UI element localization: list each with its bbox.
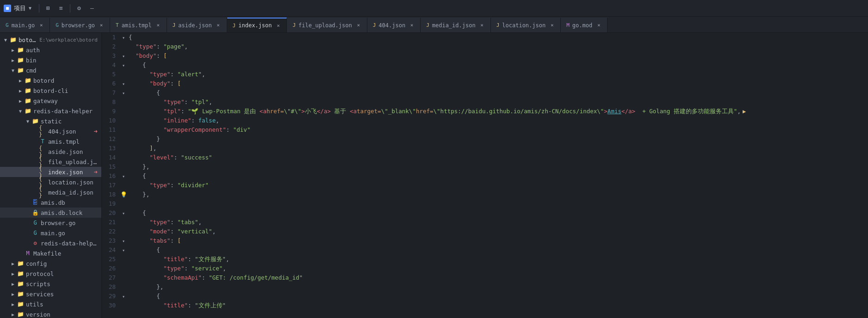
tree-arrow-cmd-botord[interactable]: ▶ xyxy=(17,77,24,84)
tree-arrow-version[interactable]: ▶ xyxy=(9,311,17,318)
ln-26: 26 xyxy=(102,264,120,273)
tree-arrow-cmd-gateway[interactable]: ▶ xyxy=(17,97,24,104)
tree-label-cmd-botord: botord xyxy=(33,77,98,84)
fold-7[interactable]: ▾ xyxy=(120,88,127,98)
tab-close-aside-json[interactable]: × xyxy=(215,22,222,29)
tree-arrow-cmd[interactable]: ▼ xyxy=(9,67,17,74)
ln-12: 12 xyxy=(102,135,120,144)
toolbar-list-button[interactable]: ≡ xyxy=(56,3,66,13)
tab-index-json[interactable]: J index.json × xyxy=(227,18,287,32)
tree-item-cmd[interactable]: ▼ 📁 cmd xyxy=(0,65,101,75)
tree-item-aside-json[interactable]: { } aside.json xyxy=(0,147,101,157)
tree-item-404-json[interactable]: { } 404.json ➜ xyxy=(0,126,101,136)
tab-close-file-upload-json[interactable]: × xyxy=(355,22,362,29)
tab-404-json[interactable]: J 404.json × xyxy=(367,18,421,32)
tree-file-icon-location: { } xyxy=(39,178,46,186)
tree-arrow-cmd-botord-cli[interactable]: ▶ xyxy=(17,87,24,94)
fold-8 xyxy=(120,98,127,107)
tree-item-media-id-json[interactable]: { } media_id.json xyxy=(0,187,101,197)
tree-item-redis-data-helper-exe[interactable]: ⚙ redis-data-helper.exe xyxy=(0,238,101,248)
tree-arrow-config[interactable]: ▶ xyxy=(9,260,17,267)
tab-close-index-json[interactable]: × xyxy=(274,22,282,29)
tree-item-version[interactable]: ▶ 📁 version xyxy=(0,309,101,318)
tree-item-file-upload-json[interactable]: { } file_upload.json xyxy=(0,157,101,167)
fold-4[interactable]: ▾ xyxy=(120,61,127,70)
tree-item-auth[interactable]: ▶ 📁 auth xyxy=(0,45,101,55)
tree-arrow-scripts[interactable]: ▶ xyxy=(9,280,17,287)
tree-arrow-utils[interactable]: ▶ xyxy=(9,300,17,308)
red-arrow-404: ➜ xyxy=(94,128,98,135)
tree-item-browser-go[interactable]: G browser.go xyxy=(0,218,101,228)
tree-item-main-go[interactable]: G main.go xyxy=(0,228,101,238)
fold-13 xyxy=(120,144,127,153)
tree-arrow-redis-data-helper[interactable]: ▼ xyxy=(17,107,24,115)
tab-close-browser-go[interactable]: × xyxy=(98,22,105,29)
tab-close-location-json[interactable]: × xyxy=(548,22,556,29)
tree-label-auth: auth xyxy=(26,47,98,54)
tab-main-go[interactable]: G main.go × xyxy=(0,18,50,32)
fold-22 xyxy=(120,227,127,236)
tab-media-id-json[interactable]: J media_id.json × xyxy=(421,18,491,32)
fold-29[interactable]: ▾ xyxy=(120,292,127,301)
tab-amis-tmpl[interactable]: T amis.tmpl × xyxy=(110,18,167,32)
tree-item-static[interactable]: ▼ 📁 static xyxy=(0,116,101,126)
fold-16[interactable]: ▾ xyxy=(120,171,127,181)
tab-close-404-json[interactable]: × xyxy=(408,22,415,29)
tab-location-json[interactable]: J location.json × xyxy=(491,18,561,32)
tree-item-scripts[interactable]: ▶ 📁 scripts xyxy=(0,279,101,289)
tab-browser-go[interactable]: G browser.go × xyxy=(50,18,110,32)
tree-item-amis-db-lock[interactable]: 🔒 amis.db.lock xyxy=(0,208,101,218)
project-dropdown-icon[interactable]: ▼ xyxy=(29,6,31,11)
fold-3[interactable]: ▾ xyxy=(120,51,127,61)
tree-arrow-bin[interactable]: ▶ xyxy=(9,56,17,64)
ln-30: 30 xyxy=(102,301,120,310)
tree-item-location-json[interactable]: { } location.json xyxy=(0,177,101,187)
tree-item-cmd-botord[interactable]: ▶ 📁 botord xyxy=(0,75,101,86)
tab-icon-go-mod: M xyxy=(566,22,570,28)
tab-aside-json[interactable]: J aside.json × xyxy=(167,18,227,32)
code-editor[interactable]: { "type": "page", "body": [ { "type": "a… xyxy=(127,33,868,318)
lightbulb-icon[interactable]: 💡 xyxy=(120,191,127,198)
fold-24[interactable]: ▾ xyxy=(120,245,127,255)
tree-item-config[interactable]: ▶ 📁 config xyxy=(0,258,101,269)
play-button-line9[interactable]: ▶ xyxy=(743,107,746,116)
tree-item-protocol[interactable]: ▶ 📁 protocol xyxy=(0,269,101,279)
tree-arrow-auth[interactable]: ▶ xyxy=(9,46,17,54)
tree-arrow-protocol[interactable]: ▶ xyxy=(9,270,17,277)
tree-item-cmd-botord-cli[interactable]: ▶ 📁 botord-cli xyxy=(0,86,101,96)
tree-item-redis-data-helper[interactable]: ▼ 📁 redis-data-helper xyxy=(0,106,101,116)
project-selector[interactable]: ■ 项目 ▼ xyxy=(4,4,31,12)
toolbar-grid-button[interactable]: ⊞ xyxy=(43,3,53,13)
tab-file-upload-json[interactable]: J file_upload.json × xyxy=(287,18,367,32)
tab-close-media-id-json[interactable]: × xyxy=(478,22,486,29)
tab-close-main-go[interactable]: × xyxy=(37,22,45,29)
fold-6[interactable]: ▾ xyxy=(120,79,127,88)
ln-18: 18 xyxy=(102,190,120,199)
tree-root[interactable]: ▼ 📁 botord E:\workplace\botord xyxy=(0,35,101,45)
tree-item-services[interactable]: ▶ 📁 services xyxy=(0,289,101,299)
tree-item-makefile[interactable]: M Makefile xyxy=(0,248,101,258)
ln-14: 14 xyxy=(102,153,120,162)
tree-item-utils[interactable]: ▶ 📁 utils xyxy=(0,299,101,309)
fold-1[interactable]: ▾ xyxy=(120,33,127,42)
tree-arrow-static[interactable]: ▼ xyxy=(24,117,31,125)
code-line-29: { xyxy=(129,292,868,301)
tree-item-index-json[interactable]: { } index.json ➜ xyxy=(0,167,101,177)
tab-close-amis-tmpl[interactable]: × xyxy=(155,22,162,29)
tree-space-main-go xyxy=(24,229,31,237)
tab-close-go-mod[interactable]: × xyxy=(595,22,602,29)
tree-arrow-services[interactable]: ▶ xyxy=(9,290,17,298)
tree-item-bin[interactable]: ▶ 📁 bin xyxy=(0,55,101,65)
tree-item-amis-tmpl[interactable]: T amis.tmpl xyxy=(0,136,101,147)
toolbar-settings-button[interactable]: ⚙ xyxy=(74,3,84,13)
tree-root-arrow[interactable]: ▼ xyxy=(2,36,9,43)
toolbar-minus-button[interactable]: — xyxy=(87,3,97,13)
tree-item-amis-db[interactable]: 🗄 amis.db xyxy=(0,197,101,208)
tree-label-media-id-json: media_id.json xyxy=(48,189,98,196)
tab-go-mod[interactable]: M go.mod × xyxy=(561,18,608,32)
fold-20[interactable]: ▾ xyxy=(120,208,127,218)
fold-23[interactable]: ▾ xyxy=(120,236,127,245)
tree-item-cmd-gateway[interactable]: ▶ 📁 gateway xyxy=(0,96,101,106)
tab-label-index-json: index.json xyxy=(238,22,272,29)
editor-content[interactable]: 1 2 3 4 5 6 7 8 9 10 11 12 13 14 15 16 1… xyxy=(102,33,868,318)
